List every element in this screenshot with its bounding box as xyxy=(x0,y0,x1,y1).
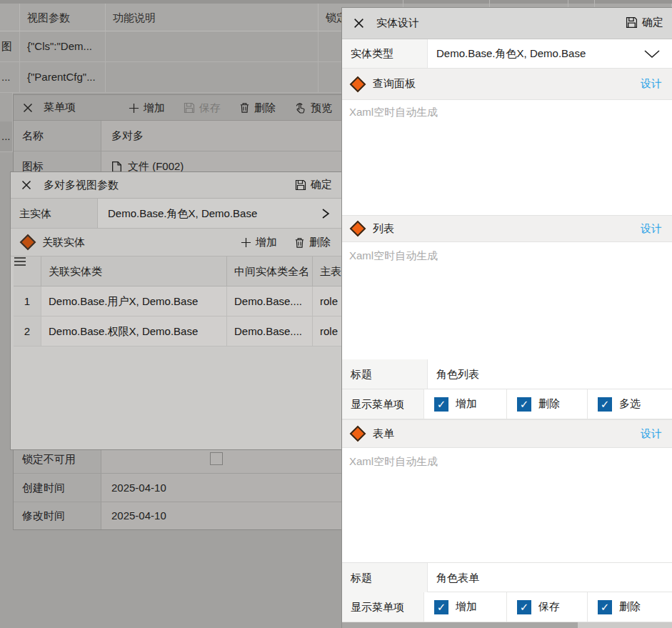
checkbox-delete[interactable]: ✓ 删除 xyxy=(506,389,587,419)
checkbox-delete[interactable]: ✓ 删除 xyxy=(587,592,672,622)
bg-column-border xyxy=(403,0,403,7)
hand-pointer-icon xyxy=(294,102,306,114)
name-row: 名称 多对多 xyxy=(14,121,343,151)
row-number: 2 xyxy=(14,317,41,347)
table-header-entity: 关联实体类 xyxy=(41,256,227,286)
m2m-dialog-titlebar: 多对多视图参数 确定 xyxy=(11,172,343,199)
main-entity-label: 主实体 xyxy=(11,199,98,228)
scrollbar-thumb[interactable] xyxy=(342,622,578,628)
menu-dialog-toolbar: 增加 保存 删除 预览 xyxy=(129,95,332,121)
floppy-icon xyxy=(295,179,306,191)
design-link-query[interactable]: 设计 xyxy=(641,77,662,91)
checked-checkbox-icon: ✓ xyxy=(434,397,448,412)
row-middle-class: Demo.Base.... xyxy=(227,317,313,347)
checkbox-multiselect[interactable]: ✓ 多选 xyxy=(587,389,672,419)
lock-checkbox[interactable] xyxy=(210,452,223,465)
trash-icon xyxy=(294,237,305,249)
checked-checkbox-icon: ✓ xyxy=(434,600,448,614)
modified-row: 修改时间 2025-04-10 xyxy=(14,502,343,529)
bg-row2-function-desc xyxy=(106,62,319,93)
bg-row1-view-params: {"Cls":"Dem... xyxy=(20,31,106,62)
design-link-form[interactable]: 设计 xyxy=(641,427,662,441)
name-value[interactable]: 多对多 xyxy=(111,121,340,151)
created-row: 创建时间 2025-04-10 xyxy=(14,474,343,502)
checkbox-save[interactable]: ✓ 保存 xyxy=(506,592,587,622)
bg-column-border xyxy=(489,0,490,7)
table-header-main: 主表 xyxy=(313,256,343,286)
form-xaml-placeholder[interactable]: Xaml空时自动生成 xyxy=(349,455,663,471)
delete-button[interactable]: 删除 xyxy=(294,236,331,249)
diamond-icon xyxy=(350,221,366,237)
design-link-list[interactable]: 设计 xyxy=(641,222,662,236)
related-entity-toolbar: 增加 删除 xyxy=(241,229,331,256)
checked-checkbox-icon: ✓ xyxy=(517,600,531,614)
floppy-icon xyxy=(626,16,638,29)
screenshot-root: 视图参数 功能说明 锁定 图 {"Cls":"Dem... ... {"Pare… xyxy=(0,0,672,628)
main-entity-value[interactable]: Demo.Base.角色X, Demo.Base xyxy=(98,199,343,228)
trash-icon xyxy=(239,102,250,114)
plus-icon xyxy=(241,237,251,248)
menu-items-label: 显示菜单项 xyxy=(342,592,424,622)
bg-left-cell-1: 图 xyxy=(0,31,20,62)
main-entity-row: 主实体 Demo.Base.角色X, Demo.Base xyxy=(11,199,343,229)
row-main-table: role xyxy=(313,286,343,317)
list-section: 列表 设计 xyxy=(342,215,672,242)
bg-header-cell-blank xyxy=(0,4,20,31)
entity-type-value[interactable]: Demo.Base.角色X, Demo.Base xyxy=(436,39,636,68)
list-menu-items-row: 显示菜单项 ✓ 增加 ✓ 删除 ✓ 多选 xyxy=(342,389,672,419)
close-icon[interactable] xyxy=(22,102,34,114)
horizontal-scrollbar[interactable] xyxy=(342,622,672,628)
bg-left-cell-2: ... xyxy=(0,62,20,93)
query-panel-section: 查询面板 设计 xyxy=(342,68,672,100)
title-label: 标题 xyxy=(342,359,428,389)
bg-column-border xyxy=(568,0,568,7)
related-entity-section: 关联实体 增加 删除 xyxy=(11,229,343,256)
bg-header-function-desc: 功能说明 xyxy=(106,4,319,31)
modified-label: 修改时间 xyxy=(14,502,101,529)
chevron-right-icon[interactable] xyxy=(321,208,331,219)
row-middle-class: Demo.Base.... xyxy=(227,286,313,317)
bg-left-cell-blank xyxy=(0,93,13,121)
created-value: 2025-04-10 xyxy=(111,474,340,502)
checkbox-add[interactable]: ✓ 增加 xyxy=(424,389,506,419)
close-icon[interactable] xyxy=(353,17,365,29)
list-xaml-placeholder[interactable]: Xaml空时自动生成 xyxy=(349,249,663,265)
add-button[interactable]: 增加 xyxy=(129,101,165,115)
checkbox-add[interactable]: ✓ 增加 xyxy=(424,592,506,622)
preview-button[interactable]: 预览 xyxy=(294,101,332,115)
bg-row1-function-desc xyxy=(106,31,319,62)
form-section: 表单 设计 xyxy=(342,419,672,448)
bg-header-view-params: 视图参数 xyxy=(20,4,106,31)
entity-panel-titlebar: 实体设计 确定 xyxy=(342,8,672,39)
row-entity-class: Demo.Base.权限X, Demo.Base xyxy=(41,317,227,347)
close-icon[interactable] xyxy=(21,179,32,191)
diamond-icon xyxy=(20,234,36,251)
checked-checkbox-icon: ✓ xyxy=(517,397,531,412)
entity-type-row: 实体类型 Demo.Base.角色X, Demo.Base xyxy=(342,39,672,69)
row-main-table: role xyxy=(313,317,343,347)
bg-left-cell-3: ... xyxy=(0,121,13,152)
modified-value: 2025-04-10 xyxy=(111,502,340,529)
plus-icon xyxy=(129,103,139,114)
list-title-row: 标题 角色列表 xyxy=(342,359,672,389)
related-entity-table: 关联实体类 中间实体类全名 主表 1 Demo.Base.用户X, Demo.B… xyxy=(14,256,343,347)
row-entity-class: Demo.Base.用户X, Demo.Base xyxy=(41,286,227,317)
confirm-button[interactable]: 确定 xyxy=(295,178,332,191)
add-button[interactable]: 增加 xyxy=(241,236,277,249)
query-xaml-placeholder[interactable]: Xaml空时自动生成 xyxy=(349,106,663,121)
delete-button[interactable]: 删除 xyxy=(239,101,276,115)
query-panel-section-title: 查询面板 xyxy=(373,77,416,91)
chevron-down-icon[interactable] xyxy=(643,49,661,59)
bg-column-border xyxy=(594,0,595,7)
name-label: 名称 xyxy=(14,121,101,151)
hamburger-icon[interactable] xyxy=(14,256,41,266)
diamond-icon xyxy=(350,426,366,442)
form-title-value[interactable]: 角色表单 xyxy=(436,563,651,592)
checked-checkbox-icon: ✓ xyxy=(598,600,612,614)
form-menu-items-row: 显示菜单项 ✓ 增加 ✓ 保存 ✓ 删除 xyxy=(342,592,672,622)
list-title-value[interactable]: 角色列表 xyxy=(436,359,651,389)
menu-items-label: 显示菜单项 xyxy=(342,389,424,419)
save-button[interactable]: 保存 xyxy=(184,101,221,115)
list-section-title: 列表 xyxy=(373,222,394,236)
confirm-button[interactable]: 确定 xyxy=(626,16,663,29)
